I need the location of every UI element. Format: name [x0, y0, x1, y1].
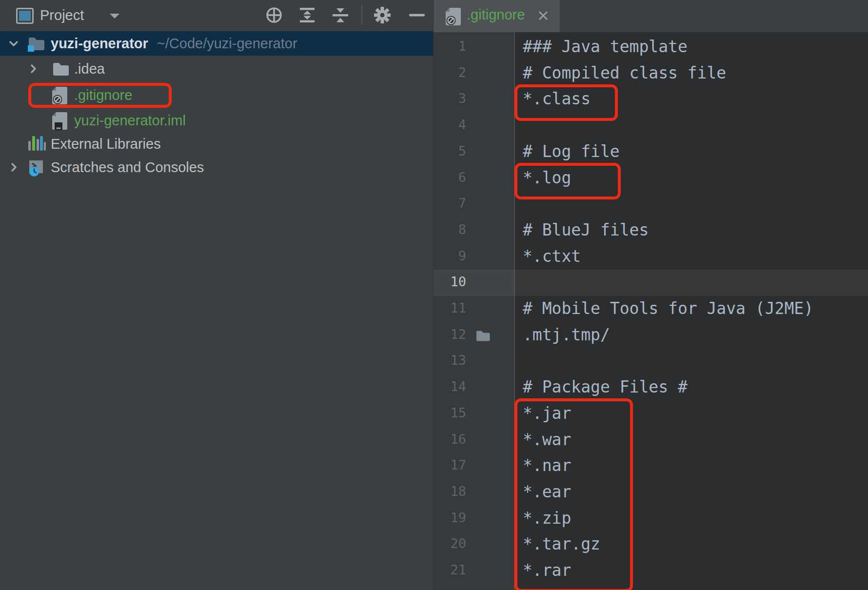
editor-area: .gitignore 1### Java template2# Compiled… [433, 0, 868, 590]
code-line[interactable]: # Log file [523, 142, 868, 161]
project-dropdown-caret-icon[interactable] [108, 12, 127, 30]
code-line[interactable]: # Compiled class file [523, 63, 868, 82]
line-number: 7 [434, 196, 466, 211]
libraries-icon [27, 135, 46, 154]
code-line[interactable]: *.jar [523, 404, 868, 423]
line-number: 20 [434, 536, 466, 551]
line-number: 6 [434, 170, 466, 185]
toolbar-separator [361, 5, 362, 25]
line-number: 18 [434, 484, 466, 499]
ide-window: Project [0, 0, 868, 590]
locate-icon[interactable] [265, 6, 283, 24]
module-file-icon [52, 112, 70, 130]
tree-item-label: .gitignore [74, 83, 132, 107]
code-line[interactable]: *.ctxt [523, 247, 868, 266]
line-number: 3 [434, 91, 466, 106]
line-number: 9 [434, 248, 466, 263]
expand-all-icon[interactable] [298, 6, 316, 24]
line-number: 21 [434, 562, 466, 577]
collapse-all-icon[interactable] [331, 6, 350, 24]
code-line[interactable]: *.log [523, 168, 868, 187]
tree-item--idea[interactable]: .idea [0, 57, 433, 81]
tree-item-label: yuzi-generator~/Code/yuzi-generator [51, 31, 297, 56]
tree-item-label: External Libraries [51, 132, 161, 156]
line-number: 8 [434, 222, 466, 237]
folder-icon [52, 60, 70, 79]
chevron-down-icon[interactable] [8, 38, 20, 49]
line-number: 19 [434, 510, 466, 525]
code-line[interactable]: *.war [523, 430, 868, 449]
chevron-right-icon[interactable] [8, 161, 20, 173]
line-number: 10 [434, 274, 466, 289]
line-number: 11 [434, 300, 466, 315]
project-folder-icon [27, 35, 46, 53]
project-tool-window-icon [16, 8, 34, 24]
code-line[interactable]: ### Java template [523, 37, 868, 56]
code-line[interactable]: .mtj.tmp/ [523, 325, 868, 344]
line-number: 12 [434, 327, 466, 342]
settings-gear-icon[interactable] [373, 6, 392, 24]
tree-item-label: yuzi-generator.iml [74, 108, 186, 133]
line-number: 5 [434, 143, 466, 158]
tree-item--gitignore[interactable]: .gitignore [0, 83, 433, 107]
code-line[interactable]: *.nar [523, 456, 868, 475]
caret-line-highlight [434, 270, 868, 296]
ignored-file-icon [52, 86, 70, 105]
code-line[interactable]: *.tar.gz [523, 534, 868, 553]
line-number: 1 [434, 39, 466, 54]
tree-item-label: .idea [74, 57, 105, 81]
tree-item-label: Scratches and Consoles [51, 155, 204, 179]
code-line[interactable]: *.rar [523, 561, 868, 580]
tree-item-scratches-and-consoles[interactable]: Scratches and Consoles [0, 155, 433, 179]
project-panel-title: Project [40, 0, 84, 30]
gutter-folder-icon [475, 329, 491, 344]
project-panel: Project [0, 0, 433, 590]
line-number: 15 [434, 405, 466, 420]
scratches-icon [27, 158, 46, 177]
tree-item-yuzi-generator[interactable]: yuzi-generator~/Code/yuzi-generator [0, 31, 433, 56]
line-number: 4 [434, 117, 466, 132]
code-line[interactable]: *.zip [523, 509, 868, 528]
tree-item-yuzi-generator-iml[interactable]: yuzi-generator.iml [0, 108, 433, 133]
project-toolbar: Project [0, 0, 433, 30]
project-tree: yuzi-generator~/Code/yuzi-generator.idea… [0, 30, 433, 590]
line-number: 2 [434, 65, 466, 80]
tree-item-external-libraries[interactable]: External Libraries [0, 132, 433, 156]
line-number: 16 [434, 432, 466, 447]
code-line[interactable]: # Mobile Tools for Java (J2ME) [523, 299, 868, 318]
line-number: 13 [434, 353, 466, 368]
line-number: 17 [434, 457, 466, 472]
code-line[interactable]: *.ear [523, 482, 868, 501]
hide-panel-icon[interactable] [408, 6, 426, 24]
code-line[interactable]: *.class [523, 89, 868, 108]
code-line[interactable]: # Package Files # [523, 377, 868, 396]
project-path: ~/Code/yuzi-generator [157, 36, 297, 51]
code-line[interactable]: # BlueJ files [523, 220, 868, 239]
chevron-right-icon[interactable] [27, 63, 39, 75]
line-number: 14 [434, 379, 466, 394]
